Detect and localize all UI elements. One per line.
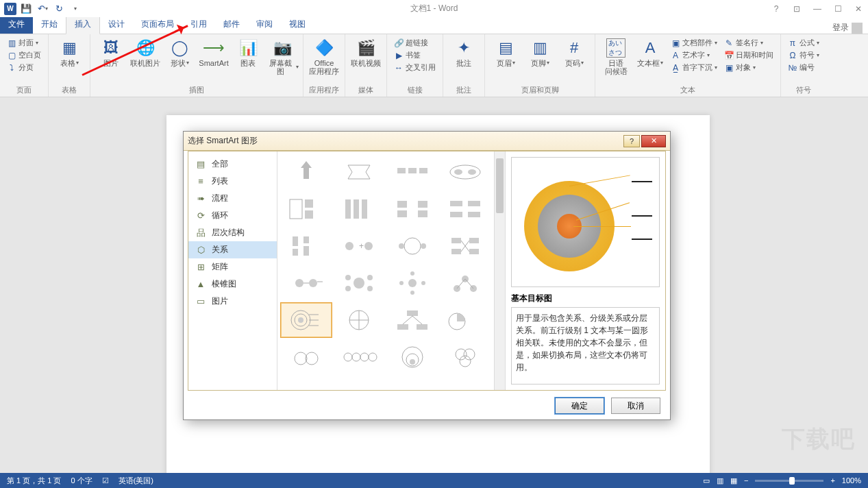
dialog-close-button[interactable]: ✕ [641,135,666,147]
layout-thumb[interactable] [386,339,438,375]
cat-list[interactable]: ≡列表 [188,173,277,190]
layout-thumb[interactable] [334,265,386,301]
undo-icon[interactable]: ↶▾ [36,2,49,16]
cancel-button[interactable]: 取消 [611,398,660,414]
status-words[interactable]: 0 个字 [71,476,92,486]
dialog-titlebar[interactable]: 选择 SmartArt 图形 ? ✕ [184,132,670,151]
tab-layout[interactable]: 页面布局 [133,15,182,34]
layout-thumb[interactable] [280,154,332,190]
object-button[interactable]: ▣对象▾ [721,62,776,73]
layout-thumb[interactable] [280,265,332,301]
tab-view[interactable]: 视图 [281,15,314,34]
wordart-button[interactable]: A艺术字▾ [668,49,720,61]
smartart-button[interactable]: ⟶SmartArt [197,36,230,67]
dialog-help-button[interactable]: ? [623,135,640,147]
layout-thumb[interactable] [334,154,386,190]
office-apps-button[interactable]: 🔷Office 应用程序 [308,36,340,75]
layout-thumb[interactable] [280,302,332,338]
zoom-in-icon[interactable]: + [830,476,834,485]
layout-thumb[interactable] [386,154,438,190]
page-break-button[interactable]: ⤵分页 [4,62,44,73]
cat-hierarchy[interactable]: 品层次结构 [188,224,277,241]
layout-thumb[interactable] [334,302,386,338]
footer-button[interactable]: ▥页脚▾ [523,36,556,67]
crossref-button[interactable]: ↔交叉引用 [391,62,438,73]
layout-thumb[interactable] [386,265,438,301]
cat-relationship[interactable]: ⬡关系 [188,241,277,258]
cat-picture[interactable]: ▭图片 [188,293,277,310]
pictures-button[interactable]: 🖼图片 [95,36,127,67]
zoom-out-icon[interactable]: − [744,476,748,485]
header-button[interactable]: ▤页眉▾ [489,36,522,67]
layout-thumb[interactable] [440,191,492,227]
shapes-button[interactable]: ◯形状▾ [163,36,196,67]
ribbon-display-icon[interactable]: ⊡ [787,2,806,16]
layout-thumb[interactable] [386,302,438,338]
layout-thumb[interactable] [334,191,386,227]
textbox-button[interactable]: A文本框▾ [634,36,667,67]
svg-point-32 [421,243,426,249]
hyperlink-button[interactable]: 🔗超链接 [391,37,438,49]
view-read-icon[interactable]: ▭ [703,476,710,485]
comment-button[interactable]: ✦批注 [447,36,480,67]
online-video-button[interactable]: 🎬联机视频 [349,36,382,67]
layout-thumb[interactable] [280,191,332,227]
view-print-icon[interactable]: ▥ [717,476,723,485]
layout-thumb[interactable] [386,191,438,227]
save-icon[interactable]: 💾 [19,2,33,16]
greeting-button[interactable]: あいさつ日语 问候语 [599,36,632,75]
tab-mailings[interactable]: 邮件 [215,15,248,34]
zoom-level[interactable]: 100% [842,476,861,485]
blank-page-button[interactable]: ▢空白页 [4,49,44,61]
cat-process[interactable]: ➠流程 [188,190,277,207]
layout-thumb[interactable] [280,339,332,375]
signature-button[interactable]: ✎签名行▾ [721,37,776,49]
cat-all[interactable]: ▤全部 [188,156,277,173]
page-number-button[interactable]: #页码▾ [558,36,591,67]
tab-insert[interactable]: 插入 [66,14,100,34]
layout-thumb[interactable] [334,339,386,375]
layout-thumb[interactable]: + [334,228,386,264]
redo-icon[interactable]: ↻ [52,2,66,16]
gallery-scrollbar[interactable] [494,151,505,390]
close-icon[interactable]: ✕ [849,2,868,16]
minimize-icon[interactable]: — [808,2,827,16]
status-page[interactable]: 第 1 页，共 1 页 [7,476,61,486]
view-web-icon[interactable]: ▦ [730,476,737,485]
layout-thumb[interactable] [386,228,438,264]
tab-references[interactable]: 引用 [182,15,215,34]
datetime-button[interactable]: 📅日期和时间 [721,49,776,61]
screenshot-button[interactable]: 📷屏幕截图▾ [266,36,299,75]
layout-thumb[interactable] [440,154,492,190]
dropcap-button[interactable]: A̲首字下沉▾ [668,62,720,73]
maximize-icon[interactable]: ☐ [828,2,847,16]
table-button[interactable]: ▦表格▾ [53,36,86,67]
tab-file[interactable]: 文件 [0,15,33,34]
login-link[interactable]: 登录 [832,22,868,34]
equation-button[interactable]: π公式▾ [785,37,822,49]
layout-thumb[interactable] [440,339,492,375]
cat-pyramid[interactable]: ▲棱锥图 [188,276,277,293]
layout-thumb[interactable] [280,228,332,264]
layout-thumb[interactable] [440,228,492,264]
ok-button[interactable]: 确定 [555,398,604,414]
cat-cycle[interactable]: ⟳循环 [188,207,277,224]
zoom-slider[interactable] [755,480,823,482]
online-pictures-button[interactable]: 🌐联机图片 [129,36,162,67]
tab-review[interactable]: 审阅 [248,15,281,34]
symbol-button[interactable]: Ω符号▾ [785,49,822,61]
cover-page-button[interactable]: ▥封面▾ [4,37,44,49]
qat-customize-icon[interactable]: ▾ [69,2,82,16]
status-language[interactable]: 英语(美国) [119,476,153,486]
tab-home[interactable]: 开始 [33,15,66,34]
cat-matrix[interactable]: ⊞矩阵 [188,258,277,276]
number-button[interactable]: №编号 [785,62,822,73]
status-proof-icon[interactable]: ☑ [102,476,109,485]
quickparts-button[interactable]: ▣文档部件▾ [668,37,720,49]
tab-design[interactable]: 设计 [100,15,133,34]
help-icon[interactable]: ? [767,2,786,16]
chart-button[interactable]: 📊图表 [232,36,264,67]
layout-thumb[interactable] [440,302,492,338]
layout-thumb[interactable] [440,265,492,301]
bookmark-button[interactable]: ▶书签 [391,49,438,61]
